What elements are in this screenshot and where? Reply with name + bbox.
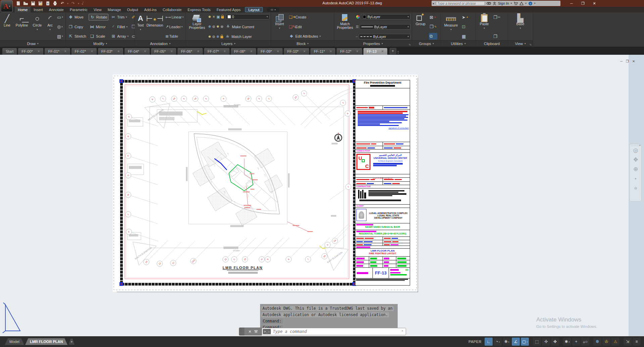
panel-label-clipboard[interactable]: Clipboard [476,40,508,47]
command-bar-drag-handle[interactable] [239,328,244,336]
fillet-button[interactable]: ◜Fillet▾ [110,24,130,30]
file-tab-close-icon[interactable]: ✕ [170,50,173,53]
arc-button[interactable]: ◜Arc▾ [45,13,55,40]
group-button[interactable]: Group [413,13,428,40]
file-tab-close-icon[interactable]: ✕ [303,50,306,53]
linear-dimension-button[interactable]: ⟷Linear▾ [165,14,184,20]
layer-unlock-icon[interactable]: ⊜ [212,25,215,29]
autocad-menu-button[interactable]: A▾ [1,0,13,12]
edit-block-button[interactable]: ❏✎Edit [288,24,321,30]
trace-icon[interactable]: ✇ [602,338,610,346]
create-block-button[interactable]: ❏✦Create [288,14,321,20]
layer-lock2-icon[interactable] [220,36,223,38]
lineweight-dropdown[interactable]: ByLayer▾ [360,24,410,30]
object-color-dropdown[interactable]: ByLayer▾ [361,14,410,19]
autodesk-share-icon[interactable] [519,2,524,5]
pan-icon[interactable]: ✥ [633,157,638,163]
file-tab-close-icon[interactable]: ✕ [38,50,40,53]
ribbon-tab-output[interactable]: Output [124,7,141,12]
group-edit-icon[interactable]: ❐✎ [429,24,437,30]
insert-button[interactable]: Insert▾ [273,13,287,40]
infocenter-expand-icon[interactable]: ▸ [433,2,434,5]
base-button[interactable]: ▙ Base▾ [513,13,528,40]
match-layer-button[interactable]: ≞Match Layer [224,34,253,39]
file-tab-ff-08[interactable]: FF-08*✕ [231,48,256,55]
stretch-button[interactable]: ⇱Stretch [67,33,87,40]
file-tab-ff-07[interactable]: FF-07*✕ [204,48,230,55]
layer-merge-icon[interactable]: ❄ [216,35,219,39]
layer-thaw-icon[interactable]: ☀ [212,15,215,19]
ribbon-tab-collaborate[interactable]: Collaborate [160,7,185,12]
paste-button[interactable]: Paste▾ [477,13,491,40]
move-button[interactable]: ✥Move [67,14,87,20]
clean-screen-icon[interactable]: ⇲ [624,338,632,346]
layer-freeze-icon[interactable]: ❄ [208,25,211,29]
panel-label-layers[interactable]: Layers▾ [186,40,271,47]
new-drawing-tab-button[interactable]: + [390,48,396,54]
file-tab-close-icon[interactable]: ✕ [224,50,226,53]
ribbon-tab-insert[interactable]: Insert [31,7,46,12]
app-store-cart-icon[interactable] [513,2,518,5]
file-tab-close-icon[interactable]: ✕ [250,50,253,53]
leader-button[interactable]: ↗Leader▾ [165,24,184,30]
help-dropdown-icon[interactable]: ▾ [534,2,536,5]
tab-overflow-icon[interactable]: ⌄ ⌄ [397,50,400,53]
sign-in-dropdown-icon[interactable]: ▾ [511,2,512,5]
dynamic-ucs-icon[interactable]: ✤ [551,338,559,346]
select-all-icon[interactable]: ⊡ [461,24,469,30]
edit-attributes-button[interactable]: ❖Edit Attributes▾ [288,33,321,40]
panel-label-properties[interactable]: Properties▾⇘ [334,40,412,47]
file-tab-ff-10[interactable]: FF-10*✕ [284,48,309,55]
zoom-icon[interactable]: ⊕ [633,166,638,172]
file-tab-ff-04[interactable]: FF-04*✕ [124,48,150,55]
command-expand-icon[interactable]: ⌃ [400,330,405,334]
minimize-button[interactable]: ─ [566,1,577,5]
make-current-button[interactable]: ≚Make Current [225,24,255,30]
ribbon-tab-express-tools[interactable]: Express Tools [185,7,213,12]
circle-button[interactable]: ○Circle▾ [31,13,44,40]
layer-prev-icon[interactable]: ⊜ [212,35,215,39]
restore-button[interactable]: ❐ [577,1,589,6]
steering-wheel-icon[interactable]: ◎ [633,147,638,154]
workspace-switching-icon[interactable]: ▵○ [581,338,589,346]
mirror-button[interactable]: ⋈Mirror [89,24,108,30]
linetype-dropdown[interactable]: ByLayer▾ [359,34,410,39]
panel-label-annotation[interactable]: Annotation▾ [135,40,186,47]
copy-button[interactable]: ❐Copy [67,24,87,30]
layer-off-icon[interactable]: ✹ [208,15,211,19]
navbar-close-icon[interactable]: ⊗ [639,144,641,147]
file-tab-ff-09[interactable]: FF-09*✕ [257,48,283,55]
file-tab-ff-02[interactable]: FF-02*✕ [71,48,97,55]
new-layout-button[interactable]: + [68,339,75,345]
file-tab-ff-11[interactable]: FF-11*✕ [310,48,336,55]
layout-tab-lmr-floor-plan[interactable]: LMR FLOOR PLAN [25,338,67,345]
layer-walk-icon[interactable]: ⊕ [220,25,224,29]
search-icon[interactable] [487,2,491,5]
search-input[interactable] [436,1,485,5]
ribbon-tab-featured-apps[interactable]: Featured Apps [213,7,244,12]
line-button[interactable]: ╱Line [1,13,13,40]
color-wheel-icon[interactable] [356,15,360,19]
ungroup-icon[interactable]: ⊠✕ [429,14,437,20]
layer-select-dropdown[interactable]: 0 ▾ [226,14,270,19]
file-tab-close-icon[interactable]: ✕ [330,50,332,53]
quick-select-icon[interactable]: ➤✦ [461,14,469,20]
quick-calculator-icon[interactable]: ▦ [461,33,469,40]
snap-mode-icon[interactable]: ◔▾ [494,338,502,346]
file-tab-close-icon[interactable]: ✕ [381,50,384,53]
rotate-button[interactable]: ↻Rotate [89,14,108,20]
file-tab-ff-13[interactable]: FF-13✕ [363,48,388,55]
ribbon-tab-home[interactable]: Home [15,7,31,12]
command-line-icon[interactable]: >_▾ [263,329,271,334]
ribbon-tab-annotate[interactable]: Annotate [46,7,67,12]
ribbon-tab-manage[interactable]: Manage [105,7,124,12]
table-button[interactable]: ⊞Table [165,33,184,40]
file-tab-ff-05[interactable]: FF-05*✕ [151,48,177,55]
match-properties-button[interactable]: Match Properties [336,13,354,40]
ortho-mode-icon[interactable]: ∠ [512,338,520,346]
panel-label-draw[interactable]: Draw▾ [0,40,65,47]
paper-space-label[interactable]: PAPER [468,340,482,344]
user-icon[interactable] [493,2,496,5]
selection-cycling-icon[interactable]: ⬚ [533,338,541,346]
file-tab-ff-06[interactable]: FF-06*✕ [177,48,203,55]
